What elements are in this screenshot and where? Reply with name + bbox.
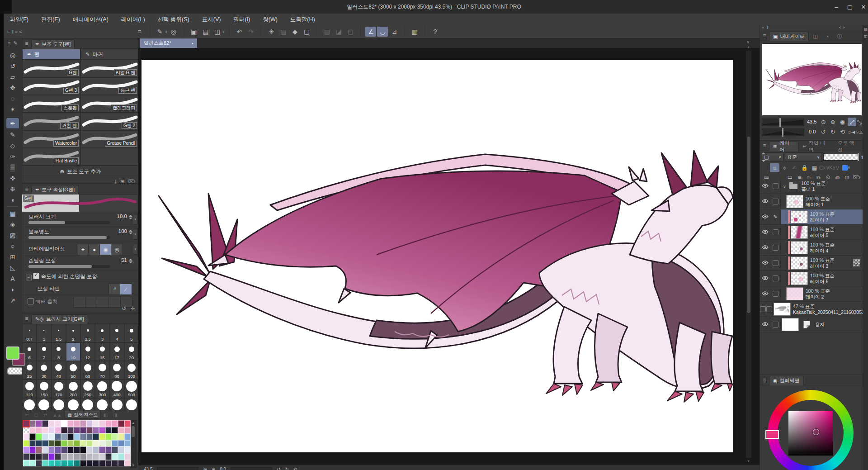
history-swatch[interactable] bbox=[99, 427, 105, 434]
tab-information[interactable]: ⓘ bbox=[833, 32, 846, 41]
layer-row-main[interactable]: 용지 bbox=[781, 317, 863, 332]
colorset-save-icon[interactable]: ◫ bbox=[32, 412, 40, 418]
history-swatch[interactable] bbox=[55, 420, 61, 427]
history-swatch[interactable] bbox=[105, 433, 112, 440]
layer-visibility-toggle[interactable] bbox=[760, 225, 770, 240]
brush-size-1[interactable]: 1 bbox=[37, 324, 51, 342]
document-canvas[interactable] bbox=[142, 60, 733, 452]
blend-mode-dropdown[interactable]: 표준∨ bbox=[785, 152, 822, 162]
open-file-icon[interactable]: ▤ bbox=[200, 27, 211, 37]
history-swatch[interactable] bbox=[23, 446, 29, 453]
layer-row-레이어 1[interactable]: 100 % 표준레이어 1 bbox=[760, 194, 863, 209]
history-swatch[interactable] bbox=[29, 420, 36, 427]
history-swatch[interactable] bbox=[112, 446, 118, 453]
zoom-tool[interactable]: ◎ bbox=[6, 50, 19, 60]
history-swatch[interactable] bbox=[61, 440, 67, 447]
zoom-out-icon[interactable]: ⊖ bbox=[819, 118, 828, 126]
history-swatch[interactable] bbox=[29, 446, 36, 453]
subtool-panel-menu-icon[interactable]: ≡ bbox=[22, 40, 31, 47]
hue-marker-icon[interactable] bbox=[765, 430, 779, 439]
layer-visibility-toggle[interactable] bbox=[760, 194, 770, 209]
menu-item-8[interactable]: 도움말(H) bbox=[284, 14, 321, 25]
history-swatch[interactable] bbox=[124, 440, 131, 447]
brush-size-17[interactable]: 17 bbox=[110, 342, 124, 361]
toolprop-panel-menu-icon[interactable]: ≡ bbox=[22, 186, 31, 192]
colorset-menu-icon[interactable]: ≡ bbox=[24, 412, 31, 418]
history-swatch[interactable] bbox=[80, 427, 86, 434]
edge-panel-icon-1[interactable]: ▤ bbox=[863, 26, 868, 33]
brush-Watercolor[interactable]: Watercolor bbox=[22, 130, 80, 148]
pen-tool[interactable]: ✒ bbox=[6, 118, 19, 129]
brush-size-250[interactable]: 250 bbox=[80, 380, 95, 398]
correction-type-2-button[interactable]: ∕ bbox=[120, 284, 132, 295]
status-zoom-out-icon[interactable]: ⊖ bbox=[203, 466, 207, 470]
history-swatch[interactable] bbox=[42, 453, 48, 460]
history-swatch[interactable] bbox=[86, 433, 93, 440]
tab-pen[interactable]: ✒ 펜 bbox=[22, 49, 80, 60]
reselect-icon[interactable]: ▨ bbox=[278, 27, 288, 37]
stabilization-spinner[interactable] bbox=[129, 259, 132, 263]
brush-size-5[interactable]: 5 bbox=[124, 324, 139, 342]
crop-icon[interactable]: ▢ bbox=[301, 27, 312, 37]
minimize-button[interactable]: – bbox=[830, 0, 843, 14]
edge-panel-icon-2[interactable]: ◫ bbox=[863, 33, 868, 39]
foreground-color-swatch[interactable] bbox=[6, 347, 19, 360]
zoom-in-icon[interactable]: ⊕ bbox=[829, 118, 837, 126]
brush-size-2[interactable]: 2 bbox=[66, 324, 80, 342]
selection-fill-icon[interactable]: ◪ bbox=[333, 27, 344, 37]
collapse-left-icon[interactable]: ≡ ‖ « < bbox=[7, 29, 22, 34]
layer-menu-icon[interactable]: ≡ bbox=[760, 142, 769, 149]
menu-item-4[interactable]: 선택 범위(S) bbox=[151, 14, 196, 25]
brush-size-30[interactable]: 30 bbox=[37, 361, 51, 380]
undo-icon[interactable]: ↶ bbox=[234, 27, 245, 37]
brush-size-7[interactable]: 7 bbox=[37, 342, 51, 361]
history-swatch[interactable] bbox=[61, 453, 67, 460]
dropdown-icon[interactable]: ∨ bbox=[222, 30, 225, 34]
history-swatch[interactable] bbox=[86, 460, 93, 467]
history-swatch[interactable] bbox=[99, 440, 105, 447]
history-swatch[interactable] bbox=[93, 440, 99, 447]
colorwheel-menu-icon[interactable]: ≡ bbox=[760, 377, 769, 383]
tab-item-bank[interactable]: ◔ bbox=[822, 32, 833, 41]
history-swatch[interactable] bbox=[67, 446, 74, 453]
layer-row-main[interactable]: 100 % 표준레이어 3 bbox=[781, 256, 863, 271]
tool-detail-icon[interactable]: ✛ bbox=[131, 305, 135, 312]
tab-marker[interactable]: ✎ 마커 bbox=[80, 49, 139, 60]
brush-size-50[interactable]: 50 bbox=[66, 361, 80, 380]
brush-tool[interactable]: ✑ bbox=[6, 151, 19, 161]
history-swatch[interactable] bbox=[42, 427, 48, 434]
flip-horizontal-icon[interactable]: ▷◀ bbox=[848, 128, 856, 136]
sv-cursor-icon[interactable] bbox=[813, 429, 819, 435]
history-swatch[interactable] bbox=[23, 440, 29, 447]
vector-snap-checkbox[interactable] bbox=[28, 298, 34, 304]
history-swatch[interactable] bbox=[124, 460, 131, 467]
history-swatch[interactable] bbox=[42, 440, 48, 447]
brush-size-2.5[interactable]: 2.5 bbox=[80, 324, 95, 342]
set-as-ruler-icon[interactable]: Cx∨ bbox=[820, 163, 829, 172]
history-swatch[interactable] bbox=[112, 460, 118, 467]
close-button[interactable]: ✕ bbox=[857, 0, 868, 14]
brush-size-400[interactable]: 400 bbox=[110, 380, 124, 398]
lock-alpha-icon[interactable]: ▦ bbox=[810, 163, 819, 172]
canvas-vertical-scrollbar[interactable]: ∧ ∨ bbox=[746, 51, 751, 458]
navigator-zoom-slider[interactable] bbox=[762, 119, 804, 126]
folder-expand-icon[interactable]: ∨ bbox=[783, 184, 786, 189]
menu-item-2[interactable]: 애니메이션(A) bbox=[66, 14, 115, 25]
history-swatch[interactable] bbox=[124, 433, 131, 440]
history-swatch[interactable] bbox=[36, 460, 42, 467]
history-swatch[interactable] bbox=[80, 420, 86, 427]
layer-row-레이어 3[interactable]: 100 % 표준레이어 3 bbox=[760, 256, 863, 271]
figure-tool[interactable]: ▦ bbox=[6, 208, 19, 218]
brush-size-8[interactable]: 8 bbox=[52, 342, 66, 361]
airbrush-tool[interactable]: ▒ bbox=[6, 162, 19, 172]
history-swatch[interactable] bbox=[118, 446, 124, 453]
history-swatch[interactable] bbox=[67, 427, 74, 434]
help-icon[interactable]: ? bbox=[429, 27, 440, 37]
brush-리얼 G 펜[interactable]: 리얼 G 펜 bbox=[80, 60, 139, 77]
history-swatch[interactable] bbox=[29, 427, 36, 434]
brush-Flat Bristle[interactable]: Flat Bristle bbox=[22, 148, 80, 166]
history-swatch[interactable] bbox=[55, 440, 61, 447]
layer-row-레이어 6[interactable]: 100 % 표준레이어 6 bbox=[760, 271, 863, 286]
history-swatch[interactable] bbox=[36, 420, 42, 427]
layer-row-폴더 1[interactable]: ∨100 % 표준폴더 1 bbox=[760, 179, 863, 194]
